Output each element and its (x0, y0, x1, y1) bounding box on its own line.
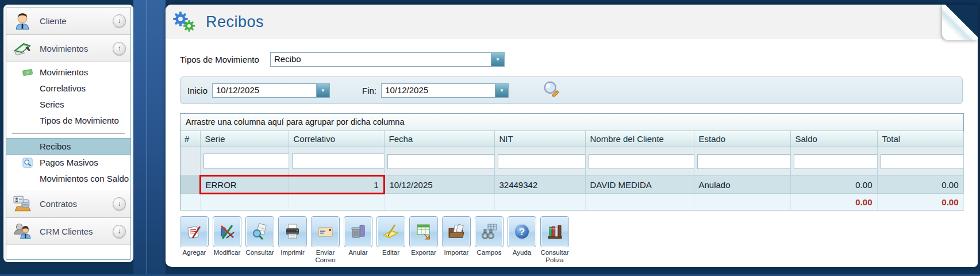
column-header-fecha[interactable]: Fecha (384, 131, 494, 147)
cell-correlativo[interactable]: 1 (289, 176, 384, 194)
column-header-num[interactable]: # (180, 131, 200, 147)
start-date-select[interactable]: 10/12/2025 ▼ (212, 83, 330, 98)
toolbar-button-label: Ayuda (505, 249, 539, 256)
cell-nombre[interactable]: DAVID MEDIDA (585, 176, 694, 194)
column-header-nit[interactable]: NIT (494, 131, 585, 147)
sidebar-item-series[interactable]: Series (6, 97, 130, 113)
end-date-select[interactable]: 10/12/2025 ▼ (381, 83, 509, 98)
toolbar-button-label: Consultar (243, 249, 276, 256)
ayuda-button[interactable]: ? Ayuda (508, 216, 536, 256)
cell-nit[interactable]: 32449342 (494, 176, 585, 194)
total-filter-input[interactable] (881, 155, 964, 168)
chevron-down-icon[interactable]: ↓ (113, 197, 126, 210)
movimientos-submenu: Movimientos Correlativos Series Tipos de… (6, 62, 130, 190)
chevron-down-icon[interactable]: ↓ (113, 14, 126, 28)
toolbar-button-label: Editar (374, 249, 408, 256)
serie-filter-input[interactable] (204, 154, 289, 168)
agregar-button[interactable]: Agregar (180, 216, 209, 256)
background-strip (133, 0, 166, 276)
fecha-filter-input[interactable] (388, 155, 495, 168)
summary-row: 0.00 0.00 (180, 194, 963, 210)
cell-total[interactable]: 0.00 (877, 176, 963, 194)
page-curl-decoration (942, 5, 978, 40)
sidebar-item-movimientos-con-saldo[interactable]: Movimientos con Saldo (6, 171, 130, 187)
nit-filter-input[interactable] (498, 155, 586, 168)
toolbar-button-label: Consultar Poliza (538, 249, 571, 264)
enviar-correo-button[interactable]: Enviar Correo (311, 216, 340, 264)
sidebar-item-label: Movimientos (40, 67, 88, 77)
sidebar-item-pagos-masivos[interactable]: Pagos Masivos (6, 155, 130, 171)
consultar-poliza-button[interactable]: Consultar Poliza (540, 216, 569, 264)
person-icon (12, 10, 33, 31)
question-icon: ? (508, 216, 536, 247)
nombre-filter-input[interactable] (589, 155, 694, 168)
start-date-value: 10/12/2025 (213, 84, 316, 97)
chevron-up-icon[interactable]: ↑ (113, 42, 126, 55)
chevron-down-icon[interactable]: ▼ (491, 53, 504, 66)
imprimir-button[interactable]: Imprimir (278, 216, 307, 256)
summary-empty-cell (289, 194, 384, 210)
end-date-value: 10/12/2025 (382, 84, 495, 97)
sidebar-section-cliente[interactable]: Cliente ↓ (6, 7, 130, 34)
row-indicator-cell (180, 176, 200, 194)
start-date-label: Inicio (187, 86, 207, 95)
end-date-label: Fin: (362, 86, 376, 95)
movement-type-row: Tipos de Movimiento Recibo ▼ (180, 52, 963, 67)
anular-button[interactable]: Anular (344, 216, 372, 256)
consultar-button[interactable]: Consultar (245, 216, 274, 256)
toolbar-button-label: Modificar (210, 249, 244, 256)
sidebar-item-label: Tipos de Movimiento (40, 116, 119, 125)
chevron-down-icon[interactable]: ↓ (113, 225, 126, 238)
sidebar-item-tipos-de-movimiento[interactable]: Tipos de Movimiento (6, 113, 130, 129)
sidebar-item-correlativos[interactable]: Correlativos (6, 80, 130, 97)
gears-icon (172, 10, 199, 34)
cell-saldo[interactable]: 0.00 (790, 176, 877, 194)
column-header-total[interactable]: Total (877, 131, 963, 147)
summary-empty-cell (200, 194, 289, 210)
pencils-icon (213, 216, 241, 247)
sidebar-section-label: Movimientos (40, 44, 113, 53)
column-header-estado[interactable]: Estado (694, 131, 790, 147)
sidebar-item-label: Series (40, 99, 64, 109)
action-toolbar: Agregar Modificar (180, 216, 963, 264)
sidebar-section-crm-clientes[interactable]: CRM Clientes ↓ (6, 217, 130, 245)
title-band: Recibos (166, 5, 978, 39)
binoculars-icon (475, 216, 504, 247)
column-header-correlativo[interactable]: Correlativo (289, 131, 384, 147)
toolbar-button-label: Anular (341, 249, 375, 256)
importar-button[interactable]: Importar (442, 216, 471, 256)
column-header-serie[interactable]: Serie (200, 131, 289, 147)
books-icon (540, 216, 569, 247)
filter-cell-nombre (585, 147, 694, 176)
chevron-down-icon[interactable]: ▼ (316, 84, 329, 97)
filter-cell-fecha: ▼ (384, 147, 494, 176)
sidebar-accordion: Cliente ↓ Movimientos ↑ (6, 7, 131, 260)
cell-fecha[interactable]: 10/12/2025 (384, 176, 494, 194)
page-title: Recibos (206, 13, 264, 31)
trash-icon (344, 216, 372, 247)
editar-button[interactable]: Editar (376, 216, 405, 256)
cell-serie[interactable]: ERROR (200, 176, 289, 194)
sidebar-section-contratos[interactable]: Contratos ↓ (6, 190, 130, 217)
money-icon (22, 67, 33, 78)
search-button[interactable] (541, 79, 563, 101)
toolbar-button-label: Imprimir (276, 249, 309, 256)
table-row[interactable]: ERROR 1 10/12/2025 32449342 DAVID MEDIDA… (180, 176, 963, 194)
column-header-saldo[interactable]: Saldo (790, 131, 877, 147)
group-by-hint[interactable]: Arrastre una columna aquí para agrupar p… (180, 114, 963, 131)
toolbar-button-label: Enviar Correo (309, 249, 342, 264)
cell-estado[interactable]: Anulado (694, 176, 790, 194)
correlativo-filter-input[interactable] (293, 154, 385, 168)
column-header-nombre[interactable]: Nombre del Cliente (585, 131, 694, 147)
exportar-button[interactable]: Exportar (409, 216, 438, 256)
saldo-filter-input[interactable] (794, 155, 878, 168)
estado-filter-input[interactable] (698, 155, 791, 168)
sidebar-item-movimientos[interactable]: Movimientos (6, 64, 130, 80)
movement-type-select[interactable]: Recibo ▼ (270, 52, 505, 67)
modificar-button[interactable]: Modificar (213, 216, 241, 256)
sidebar-item-recibos[interactable]: Recibos (6, 138, 130, 155)
chevron-down-icon[interactable]: ▼ (495, 84, 508, 97)
sidebar-section-movimientos[interactable]: Movimientos ↑ (6, 34, 130, 62)
filter-cell-num (180, 147, 200, 176)
campos-button[interactable]: Campos (475, 216, 504, 256)
